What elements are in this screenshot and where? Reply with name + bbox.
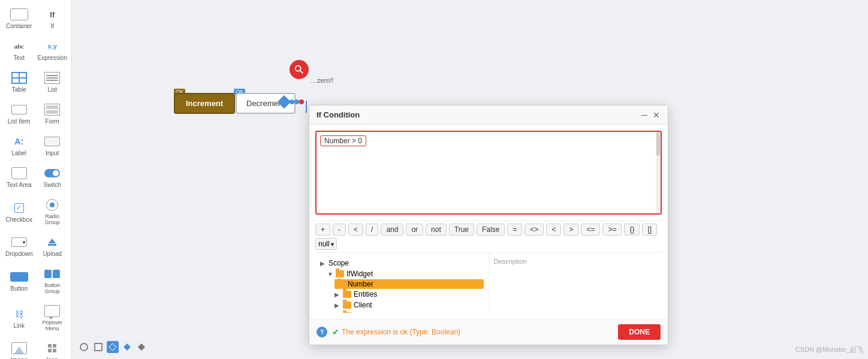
sidebar-item-table[interactable]: Table — [4, 68, 34, 95]
sidebar-item-radiogroup[interactable]: Radio Group — [37, 195, 67, 228]
userfunctions-folder-icon — [343, 312, 351, 313]
op-braces[interactable]: {} — [624, 224, 640, 236]
tree-number-container: Number ▶ Entities ▶ Client — [327, 279, 484, 313]
sidebar-item-icon[interactable]: Icon — [37, 339, 67, 359]
ifwidget-folder-icon — [336, 270, 344, 277]
sidebar: Container If If abc Text x.y Expression — [0, 0, 72, 359]
dropdown-icon: ▾ — [11, 237, 27, 247]
increment-node[interactable]: Increment — [174, 93, 235, 114]
search-floating-button[interactable] — [290, 60, 309, 79]
input-icon — [44, 137, 60, 146]
dialog-minimize-button[interactable]: ─ — [640, 111, 649, 119]
entities-expand-icon: ▶ — [334, 291, 340, 298]
bt-diamond[interactable] — [107, 341, 119, 353]
sidebar-item-listitem[interactable]: List Item — [4, 100, 34, 127]
op-lt[interactable]: < — [348, 224, 363, 236]
client-expand-icon: ▶ — [334, 302, 340, 309]
userfunctions-label: User Functions — [354, 312, 402, 313]
dot-1 — [290, 99, 294, 104]
bottom-toolbar — [78, 341, 147, 353]
sidebar-item-if-label: If — [50, 23, 54, 29]
op-neq[interactable]: <> — [525, 224, 544, 236]
image-icon — [11, 342, 27, 354]
bt-square[interactable] — [92, 341, 104, 353]
done-button[interactable]: DONE — [618, 324, 661, 340]
sidebar-item-list[interactable]: List — [37, 68, 67, 95]
status-ok: ✔ The expression is ok (Type: Boolean) — [332, 327, 460, 337]
svg-point-6 — [80, 343, 88, 351]
dialog-controls: ─ ✕ — [640, 111, 661, 119]
sidebar-item-text[interactable]: abc Text — [4, 37, 34, 64]
sidebar-item-container[interactable]: Container — [4, 5, 34, 32]
op-false[interactable]: False — [477, 224, 505, 236]
sidebar-item-image[interactable]: Image — [4, 339, 34, 359]
dot-2 — [294, 99, 299, 104]
op-true[interactable]: True — [449, 224, 474, 236]
op-and[interactable]: and — [381, 224, 403, 236]
sidebar-item-text-label: Text — [14, 55, 25, 61]
tree-entities[interactable]: ▶ Entities — [334, 289, 484, 300]
bt-arrow[interactable] — [135, 341, 147, 353]
sidebar-item-checkbox[interactable]: ✓ Checkbox — [4, 198, 34, 225]
svg-marker-9 — [123, 343, 131, 351]
op-gte[interactable]: >= — [602, 224, 622, 236]
sidebar-item-popover[interactable]: Popover Menu — [37, 301, 67, 334]
description-label: Description — [494, 258, 658, 265]
expression-icon: x.y — [48, 43, 57, 50]
sidebar-item-button[interactable]: Button — [4, 267, 34, 294]
op-not[interactable]: not — [426, 224, 447, 236]
bt-circle[interactable] — [78, 341, 90, 353]
sidebar-item-textarea[interactable]: Text Area — [4, 164, 34, 191]
op-or[interactable]: or — [406, 224, 423, 236]
textarea-icon — [11, 167, 27, 179]
sidebar-item-table-label: Table — [12, 86, 26, 93]
sidebar-item-dropdown[interactable]: ▾ Dropdown — [4, 233, 34, 260]
sidebar-item-label[interactable]: A: Label — [4, 132, 34, 159]
svg-rect-3 — [53, 349, 56, 352]
expression-scrollbar[interactable] — [656, 132, 661, 213]
sidebar-item-list-label: List — [47, 86, 57, 93]
sidebar-item-link[interactable]: ⛓ Link — [4, 304, 34, 331]
sidebar-item-form[interactable]: Form — [37, 100, 67, 127]
sidebar-item-switch-label: Switch — [44, 182, 61, 188]
tree-number[interactable]: Number — [334, 279, 484, 289]
tree-userfunctions[interactable]: ▶ User Functions — [334, 310, 484, 313]
tree-client[interactable]: ▶ Client — [334, 300, 484, 310]
sidebar-item-upload[interactable]: Upload — [37, 233, 67, 260]
svg-marker-8 — [109, 343, 116, 351]
sidebar-item-switch[interactable]: Switch — [37, 164, 67, 191]
canvas: OK Increment OK Decrement …zero!! If Con… — [72, 0, 868, 359]
tree-ifwidget[interactable]: ▼ IfWidget — [327, 269, 484, 279]
dialog-close-button[interactable]: ✕ — [652, 111, 661, 119]
sidebar-item-if[interactable]: If If — [37, 5, 67, 32]
op-slash[interactable]: / — [366, 224, 378, 236]
expression-chip[interactable]: Number > 0 — [320, 135, 366, 146]
bt-nav-diamond[interactable] — [121, 341, 133, 353]
dialog-title: If Condition — [317, 110, 360, 119]
expression-editor[interactable]: Number > 0 — [315, 131, 662, 215]
table-icon — [11, 72, 27, 84]
op-eq[interactable]: = — [507, 224, 522, 236]
userfunctions-expand-icon: ▶ — [334, 313, 340, 313]
sidebar-item-radiogroup-label: Radio Group — [38, 213, 66, 225]
sidebar-item-input[interactable]: Input — [37, 132, 67, 159]
op-null-dropdown[interactable]: null ▾ — [315, 238, 337, 250]
sidebar-item-expression-label: Expression — [38, 55, 67, 61]
op-lte[interactable]: <= — [581, 224, 600, 236]
form-icon — [44, 104, 60, 116]
sidebar-item-buttongroup[interactable]: Button Group — [37, 264, 67, 297]
sidebar-item-icon-label: Icon — [47, 357, 58, 359]
tree-scope[interactable]: ▶ Scope — [320, 258, 484, 269]
ifwidget-expand-icon: ▼ — [327, 271, 333, 277]
sidebar-item-expression[interactable]: x.y Expression — [37, 37, 67, 64]
sidebar-item-listitem-label: List Item — [8, 118, 31, 125]
help-button[interactable]: ? — [317, 327, 327, 337]
op-plus[interactable]: + — [315, 224, 330, 236]
op-brackets[interactable]: [] — [642, 224, 657, 236]
sidebar-item-label-label: Label — [12, 150, 26, 156]
link-icon: ⛓ — [15, 309, 23, 319]
op-minus[interactable]: - — [333, 224, 346, 236]
operators-row: + - < / and or not True False = <> < > <… — [315, 221, 662, 252]
op-gt[interactable]: > — [563, 224, 578, 236]
op-lt2[interactable]: < — [546, 224, 561, 236]
